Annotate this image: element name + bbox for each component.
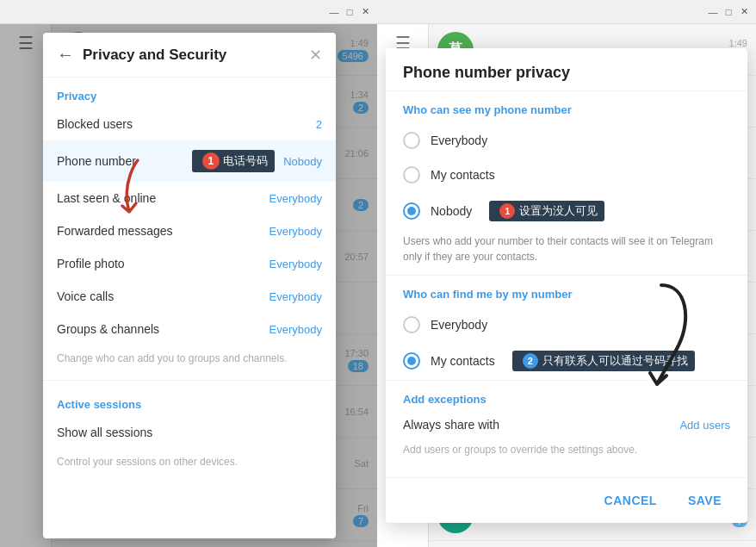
everybody-see-option[interactable]: Everybody — [386, 123, 747, 158]
add-users-link[interactable]: Add users — [679, 419, 730, 432]
blocked-users-count: 2 — [316, 118, 322, 131]
nobody-tooltip-text: 设置为没人可见 — [519, 203, 598, 219]
exceptions-hint: Add users or groups to override the sett… — [386, 440, 747, 464]
privacy-section-label: Privacy — [43, 78, 336, 108]
my-contacts-see-radio[interactable] — [403, 166, 420, 183]
phone-number-item[interactable]: Phone number 1 电话号码 Nobody — [43, 140, 336, 182]
groups-channels-value: Everybody — [270, 323, 322, 336]
nobody-see-text: Nobody — [431, 204, 472, 218]
who-can-find-label: Who can find me by my number — [386, 276, 747, 308]
close-btn-left[interactable]: ✕ — [358, 5, 372, 19]
who-can-see-hint: Users who add your number to their conta… — [386, 230, 747, 276]
add-exceptions-label: Add exceptions — [403, 393, 486, 406]
left-app-content: ☰ 草 草 1:49 5496 G Group 1:34 2 K — [0, 24, 377, 547]
forwarded-messages-item[interactable]: Forwarded messages Everybody — [43, 214, 336, 247]
close-btn-right[interactable]: ✕ — [737, 5, 751, 19]
cancel-button[interactable]: CANCEL — [596, 488, 666, 513]
groups-channels-label: Groups & channels — [57, 322, 270, 336]
who-can-see-label: Who can see my phone number — [386, 91, 747, 123]
my-contacts-see-text: My contacts — [431, 168, 495, 182]
modal-title: Phone number privacy — [403, 64, 730, 82]
blocked-users-label: Blocked users — [57, 117, 316, 131]
maximize-btn-left[interactable]: □ — [343, 5, 356, 19]
active-sessions-label: Active sessions — [43, 386, 336, 416]
my-contacts-find-radio-inner — [407, 357, 416, 365]
right-window: — □ ✕ ☰ 草1:495496 G1:342 K21:06 A S20:57… — [377, 0, 756, 547]
tooltip-text-1: 电话号码 — [223, 153, 268, 169]
modal-box: Phone number privacy Who can see my phon… — [386, 48, 747, 523]
always-share-label: Always share with — [403, 418, 499, 432]
everybody-find-radio[interactable] — [403, 316, 420, 333]
profile-photo-value: Everybody — [270, 258, 322, 270]
left-title-bar: — □ ✕ — [0, 0, 377, 24]
tooltip-num-1: 1 — [202, 152, 220, 170]
modal-body: Who can see my phone number Everybody My… — [386, 91, 747, 477]
profile-photo-label: Profile photo — [57, 257, 270, 270]
left-window: — □ ✕ ☰ 草 草 1:49 5496 G Group 1:34 — [0, 0, 377, 547]
nobody-tooltip: 1 设置为没人可见 — [489, 201, 604, 221]
blocked-users-item[interactable]: Blocked users 2 — [43, 108, 336, 140]
voice-calls-item[interactable]: Voice calls Everybody — [43, 280, 336, 313]
groups-channels-item[interactable]: Groups & channels Everybody — [43, 313, 336, 345]
modal-header: Phone number privacy — [386, 48, 747, 91]
forwarded-messages-value: Everybody — [270, 225, 322, 238]
minimize-btn-right[interactable]: — — [706, 5, 720, 19]
my-contacts-tooltip: 2 只有联系人可以通过号码寻找 — [512, 351, 695, 371]
voice-calls-value: Everybody — [270, 290, 322, 303]
my-contacts-find-option[interactable]: My contacts 2 只有联系人可以通过号码寻找 — [386, 342, 747, 380]
maximize-btn-right[interactable]: □ — [722, 5, 735, 19]
show-all-sessions-item[interactable]: Show all sessions — [43, 416, 336, 449]
back-button[interactable]: ← — [57, 45, 74, 65]
last-seen-value: Everybody — [270, 192, 322, 205]
panel-body: Privacy Blocked users 2 Phone number 1 电… — [43, 78, 336, 538]
modal-overlay: Phone number privacy Who can see my phon… — [377, 24, 756, 547]
tooltip-num-badge-2: 2 — [523, 353, 538, 369]
add-exceptions-section: Add exceptions Always share with Add use… — [386, 380, 747, 440]
my-contacts-tooltip-text: 只有联系人可以通过号码寻找 — [542, 353, 688, 369]
panel-close-button[interactable]: ✕ — [309, 46, 322, 65]
everybody-find-option[interactable]: Everybody — [386, 308, 747, 342]
profile-photo-item[interactable]: Profile photo Everybody — [43, 247, 336, 280]
privacy-panel: ← Privacy and Security ✕ Privacy Blocked… — [43, 33, 336, 538]
right-title-bar: — □ ✕ — [377, 0, 756, 24]
nobody-see-radio-inner — [407, 207, 416, 215]
phone-tooltip: 1 电话号码 — [192, 150, 275, 172]
panel-header: ← Privacy and Security ✕ — [43, 33, 336, 78]
my-contacts-find-radio[interactable] — [403, 352, 420, 370]
everybody-see-text: Everybody — [431, 134, 487, 147]
nobody-see-radio[interactable] — [403, 202, 420, 220]
modal-footer: CANCEL SAVE — [386, 477, 747, 523]
everybody-find-text: Everybody — [431, 318, 487, 332]
phone-number-value: Nobody — [283, 155, 322, 168]
panel-title: Privacy and Security — [83, 47, 301, 64]
everybody-see-radio[interactable] — [403, 132, 420, 149]
my-contacts-see-option[interactable]: My contacts — [386, 158, 747, 192]
tooltip-num-badge-1: 1 — [499, 203, 515, 219]
privacy-section-hint: Change who can add you to groups and cha… — [43, 345, 336, 375]
right-app-content: ☰ 草1:495496 G1:342 K21:06 A S20:57 P B17… — [377, 24, 756, 547]
last-seen-label: Last seen & online — [57, 191, 270, 205]
my-contacts-find-text: My contacts — [431, 354, 495, 368]
nobody-see-option[interactable]: Nobody 1 设置为没人可见 — [386, 192, 747, 230]
minimize-btn-left[interactable]: — — [327, 5, 341, 19]
show-all-sessions-label: Show all sessions — [57, 426, 322, 439]
forwarded-messages-label: Forwarded messages — [57, 224, 270, 238]
sessions-hint: Control your sessions on other devices. — [43, 449, 336, 478]
save-button[interactable]: SAVE — [679, 488, 730, 513]
last-seen-item[interactable]: Last seen & online Everybody — [43, 182, 336, 214]
voice-calls-label: Voice calls — [57, 289, 270, 303]
phone-number-label: Phone number — [57, 154, 187, 168]
